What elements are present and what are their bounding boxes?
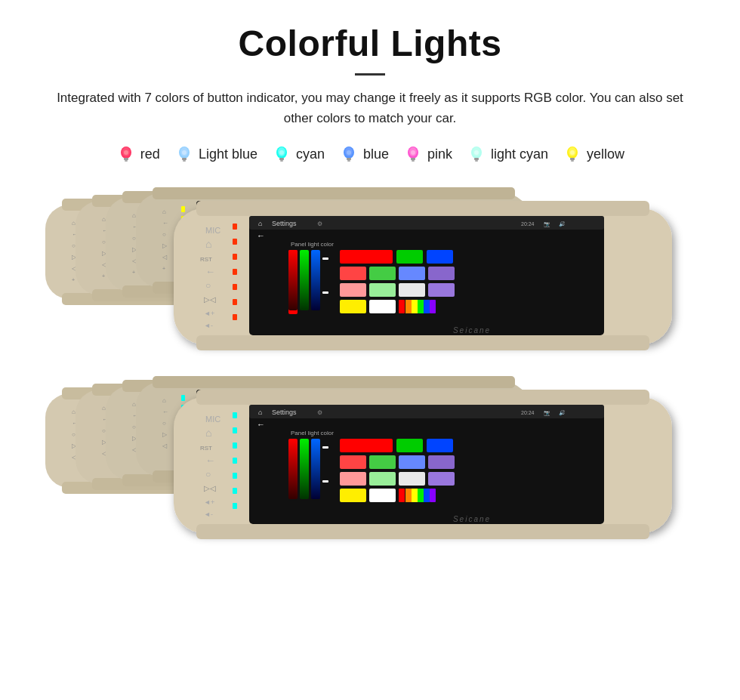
svg-rect-238 (340, 472, 366, 486)
lightcyan-bulb-icon (466, 143, 487, 165)
color-pill-lightblue: Light blue (174, 143, 257, 165)
svg-rect-143 (233, 299, 237, 305)
blue-bulb-icon (338, 143, 359, 165)
svg-rect-119 (396, 250, 423, 264)
svg-text:Settings: Settings (272, 220, 297, 227)
svg-rect-144 (233, 314, 237, 320)
svg-rect-138 (233, 224, 237, 230)
svg-rect-134 (418, 300, 424, 313)
svg-rect-27 (474, 158, 479, 160)
svg-rect-114 (300, 250, 309, 310)
svg-point-34 (570, 150, 575, 155)
svg-rect-7 (182, 158, 187, 160)
svg-text:◄+: ◄+ (204, 310, 214, 317)
svg-text:⚙: ⚙ (317, 220, 322, 227)
svg-text:◄+: ◄+ (204, 498, 214, 506)
svg-rect-237 (428, 455, 455, 469)
svg-point-29 (474, 150, 479, 155)
svg-text:🔊: 🔊 (559, 220, 566, 227)
svg-rect-129 (340, 300, 366, 313)
svg-rect-234 (340, 455, 366, 469)
title-divider (355, 73, 385, 76)
svg-rect-118 (340, 250, 393, 264)
svg-rect-130 (369, 300, 396, 313)
svg-rect-113 (288, 250, 298, 310)
color-label-red: red (140, 146, 160, 162)
svg-text:⌂: ⌂ (132, 401, 136, 408)
lightblue-bulb-icon (174, 143, 195, 165)
svg-text:▷◁: ▷◁ (204, 484, 216, 492)
color-pill-lightcyan: light cyan (466, 143, 548, 165)
bottom-units-svg: ⌂ ← ○ ▷ ◁ ⌂ (30, 376, 710, 557)
svg-text:+: + (102, 273, 105, 279)
svg-text:⌂: ⌂ (258, 220, 262, 227)
svg-text:MIC: MIC (205, 415, 220, 424)
description-text: Integrated with 7 colors of button indic… (45, 88, 695, 128)
svg-text:⌂: ⌂ (72, 220, 76, 227)
svg-rect-120 (427, 250, 453, 264)
svg-rect-202 (181, 395, 185, 401)
pink-bulb-icon (402, 143, 424, 165)
svg-rect-243 (369, 489, 396, 502)
bottom-units-group: ⌂ ← ○ ▷ ◁ ⌂ (30, 376, 710, 557)
svg-rect-139 (233, 239, 237, 245)
title-section: Colorful Lights Integrated with 7 colors… (30, 23, 710, 128)
svg-text:◄-: ◄- (204, 510, 213, 518)
svg-rect-251 (233, 412, 237, 418)
svg-rect-229 (322, 446, 328, 449)
cyan-bulb-icon (271, 143, 292, 165)
svg-rect-128 (428, 283, 455, 297)
svg-rect-257 (233, 503, 237, 509)
svg-text:←: ← (257, 231, 265, 240)
svg-text:▷: ▷ (162, 242, 168, 249)
svg-rect-132 (405, 300, 412, 313)
svg-rect-28 (475, 160, 478, 162)
svg-rect-84 (153, 187, 515, 199)
svg-point-4 (124, 150, 128, 155)
svg-text:○: ○ (72, 242, 76, 249)
svg-rect-247 (418, 489, 424, 502)
svg-text:○: ○ (102, 427, 106, 434)
svg-rect-214 (196, 390, 649, 405)
svg-rect-242 (340, 489, 366, 502)
svg-rect-17 (347, 158, 351, 160)
color-label-lightblue: Light blue (199, 146, 257, 162)
svg-text:⌂: ⌂ (162, 397, 166, 404)
red-bulb-icon (116, 143, 137, 165)
svg-text:Panel light color: Panel light color (291, 430, 334, 436)
svg-text:Seicane: Seicane (453, 326, 491, 335)
svg-rect-135 (424, 300, 430, 313)
color-pill-red: red (116, 143, 160, 165)
svg-rect-256 (233, 488, 237, 494)
svg-text:Settings: Settings (272, 409, 297, 416)
svg-rect-133 (412, 300, 418, 313)
svg-text:○: ○ (205, 469, 211, 480)
svg-text:○: ○ (132, 424, 136, 430)
svg-rect-125 (340, 283, 366, 297)
svg-text:←: ← (257, 420, 265, 429)
svg-text:○: ○ (205, 280, 211, 291)
svg-text:○: ○ (162, 420, 166, 427)
svg-text:←: ← (162, 220, 168, 227)
svg-rect-248 (424, 489, 430, 502)
svg-rect-32 (570, 158, 575, 160)
svg-rect-240 (399, 472, 425, 486)
svg-rect-33 (571, 160, 574, 162)
svg-rect-124 (428, 267, 455, 280)
svg-rect-115 (311, 250, 320, 310)
svg-text:○: ○ (102, 239, 106, 245)
svg-rect-103 (249, 216, 604, 230)
svg-point-9 (182, 150, 187, 155)
svg-text:▷: ▷ (162, 431, 168, 438)
svg-rect-230 (322, 480, 328, 483)
svg-text:←: ← (205, 266, 215, 277)
svg-text:📷: 📷 (544, 220, 550, 227)
color-pill-pink: pink (402, 143, 452, 165)
svg-text:⌂: ⌂ (102, 216, 106, 223)
svg-rect-100 (196, 201, 649, 216)
svg-rect-233 (427, 439, 453, 452)
svg-rect-246 (412, 489, 418, 502)
color-pill-yellow: yellow (562, 143, 624, 165)
svg-text:⌂: ⌂ (102, 405, 106, 412)
svg-rect-23 (412, 160, 415, 162)
